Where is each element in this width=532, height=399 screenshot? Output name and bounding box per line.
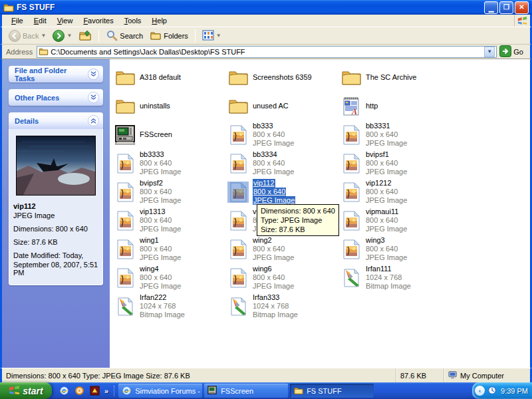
close-button[interactable]: ✕ [515,1,529,14]
taskbar-task-fs-stuff[interactable]: FS STUFF [290,384,374,398]
file-bvipsf2[interactable]: bvipsf2800 x 640JPEG Image [113,178,226,206]
window-folder-icon [3,2,14,13]
file-label: wing2800 x 640JPEG Image [253,236,294,262]
views-dropdown-icon[interactable]: ▼ [216,33,221,39]
expand-chevron-icon[interactable] [88,92,99,103]
quick-launch-app2-icon[interactable] [89,386,100,396]
panel-header-details[interactable]: Details [9,112,103,129]
address-label: Address [5,48,34,56]
file-irfan333[interactable]: Irfan3331024 x 768Bitmap Image [226,292,339,321]
file-bvipsf1[interactable]: bvipsf1800 x 640JPEG Image [339,149,452,178]
start-button[interactable]: start [0,382,52,399]
file-vipmaui11[interactable]: vipmaui11800 x 640JPEG Image [339,206,452,235]
taskbar-task-fsscreen[interactable]: FSScreen [204,384,288,398]
back-button[interactable]: Back ▼ [6,28,49,43]
go-arrow-icon [499,45,511,59]
menu-item-view[interactable]: View [52,15,78,26]
explorer-window: FS STUFF ▁ ❐ ✕ FileEditViewFavoritesTool… [0,0,532,399]
forward-dropdown-icon[interactable]: ▼ [66,33,72,39]
file-label: wing6800 x 640JPEG Image [253,265,294,291]
file-dimensions: 800 x 640 [253,159,294,168]
quick-launch: e » [52,386,114,396]
toolbar-separator [195,29,196,43]
file-label: bb3333800 x 640JPEG Image [140,150,181,176]
details-modified: Date Modified: Today, [13,251,98,259]
task-label: FSScreen [221,387,253,395]
toolbar: Back ▼ ▼ Search Folders [0,27,532,45]
file-wing1[interactable]: wing1800 x 640JPEG Image [113,235,226,263]
folders-button[interactable]: Folders [147,28,191,43]
file-label: wing4800 x 640JPEG Image [140,265,181,291]
file-wing4[interactable]: wing4800 x 640JPEG Image [113,263,226,292]
file-wing2[interactable]: wing2800 x 640JPEG Image [226,235,339,263]
file-dimensions: 800 x 640 [140,245,181,253]
file-bb333[interactable]: bb333800 x 640JPEG Image [226,120,339,149]
file-type: JPEG Image [253,139,294,148]
file-label: bvipsf1800 x 640JPEG Image [366,150,407,176]
forward-button[interactable]: ▼ [50,28,74,43]
menu-item-tools[interactable]: Tools [119,15,147,26]
quick-launch-app-icon[interactable] [74,386,84,396]
file-dimensions: 1024 x 768 [253,302,298,311]
file-unused-ac[interactable]: unused AC [226,92,339,120]
quick-launch-overflow-chevron[interactable]: » [104,387,108,395]
collapse-chevron-icon[interactable] [88,115,99,126]
jpeg-file-icon [114,239,136,260]
menu-item-favorites[interactable]: Favorites [78,15,118,26]
tray-clock-icon [487,386,497,396]
file-irfan222[interactable]: Irfan2221024 x 768Bitmap Image [113,292,226,321]
file-the-sc-archive[interactable]: The SC Archive [339,63,452,92]
panel-other-places: Other Places [9,89,103,106]
file-label: Irfan1111024 x 768Bitmap Image [366,265,411,291]
file-dimensions: 800 x 640 [366,245,407,253]
file-dimensions: 800 x 640 [253,130,294,139]
clock: 9:39 PM [501,387,528,395]
minimize-button[interactable]: ▁ [484,1,498,14]
address-input[interactable]: C:\Documents and Settings\Jack Dallas\De… [37,46,497,58]
restore-button[interactable]: ❐ [499,1,513,14]
go-button[interactable]: Go [499,45,527,59]
file-wing6[interactable]: wing6800 x 640JPEG Image [226,263,339,292]
file-label: vip112800 x 640JPEG Image [253,179,295,205]
file-dimensions: 800 x 640 [366,188,407,196]
panel-header-other-places[interactable]: Other Places [9,89,103,106]
file-dimensions: 1024 x 768 [140,302,185,311]
folder-file-icon [227,96,249,117]
search-icon [106,29,118,43]
back-dropdown-icon[interactable]: ▼ [41,33,46,39]
file-bb3334[interactable]: bb3334800 x 640JPEG Image [226,149,339,178]
file-bb3331[interactable]: bb3331800 x 640JPEG Image [339,120,452,149]
taskbar-task-simviation-forums-o-[interactable]: eSimviation Forums - o... [118,384,202,398]
file-vip1313[interactable]: vip1313800 x 640JPEG Image [113,206,226,235]
search-button[interactable]: Search [103,28,146,43]
tray-collapse-icon[interactable]: ‹ [475,386,485,396]
file-type: JPEG Image [366,225,407,233]
up-button[interactable] [76,28,94,43]
file-uninstalls[interactable]: uninstalls [113,92,226,120]
panel-header-file-and-folder-tasks[interactable]: File and Folder Tasks [9,66,103,82]
file-http[interactable]: Ahttp [339,92,452,120]
file-label: wing1800 x 640JPEG Image [140,236,181,262]
toolbar-separator [98,29,99,43]
file-irfan111[interactable]: Irfan1111024 x 768Bitmap Image [339,263,452,292]
menu-item-file[interactable]: File [6,15,29,26]
internet-explorer-icon[interactable]: e [59,386,69,396]
start-flag-icon [9,385,20,397]
file-bb3333[interactable]: bb3333800 x 640JPEG Image [113,149,226,178]
expand-chevron-icon[interactable] [88,68,99,80]
file-vip112[interactable]: vip112800 x 640JPEG Image [226,178,339,206]
file-label: bb3331800 x 640JPEG Image [366,122,407,148]
views-button[interactable]: ▼ [200,28,224,43]
file-type: JPEG Image [253,253,294,262]
jpeg-file-icon [114,182,136,203]
address-dropdown-button[interactable]: ▼ [484,47,495,57]
file-name: bvipsf2 [140,179,181,188]
menu-item-help[interactable]: Help [146,15,172,26]
file-wing3[interactable]: wing3800 x 640JPEG Image [339,235,452,263]
folder-file-icon [227,67,249,88]
file-screenshots-6359[interactable]: Screenshots 6359 [226,63,339,92]
file-vip1212[interactable]: vip1212800 x 640JPEG Image [339,178,452,206]
file-a318-default[interactable]: A318 default [113,63,226,92]
menu-item-edit[interactable]: Edit [29,15,52,26]
file-fsscreen[interactable]: FSScreen [113,120,226,149]
